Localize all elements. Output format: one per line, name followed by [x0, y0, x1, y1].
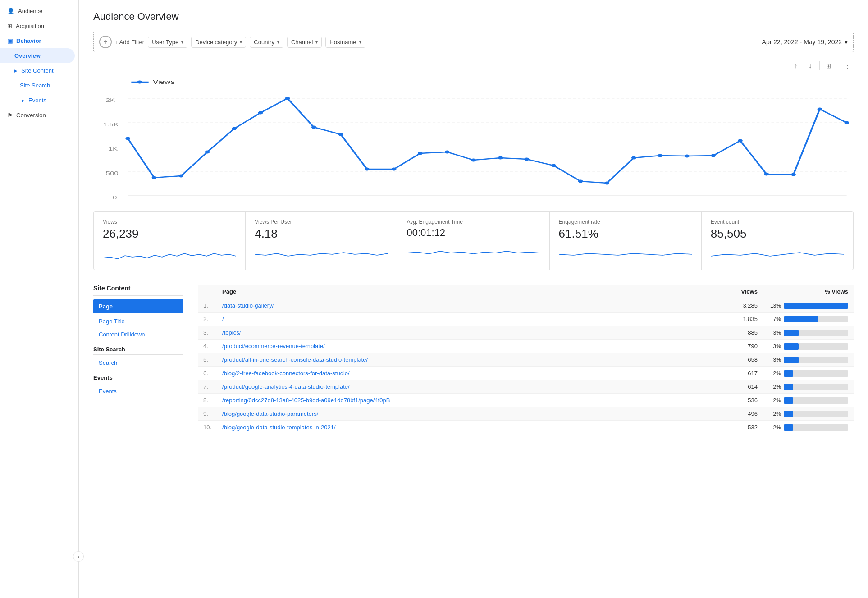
sidebar: 👤 Audience ⊞ Acquisition ▣ Behavior Over…: [0, 0, 79, 598]
filter-user-type[interactable]: User Type ▾: [148, 37, 187, 48]
table-row[interactable]: 1. /data-studio-gallery/ 3,285 13%: [198, 299, 854, 313]
nav-page-title[interactable]: Page Title: [93, 315, 183, 327]
more-button[interactable]: ⋮: [841, 60, 854, 72]
nav-search[interactable]: Search: [93, 357, 183, 369]
svg-point-19: [365, 168, 370, 171]
chevron-down-icon: ▾: [181, 40, 183, 45]
col-page: Page: [217, 285, 690, 299]
table-row[interactable]: 6. /blog/2-free-facebook-connectors-for-…: [198, 367, 854, 380]
metric-vpu-sparkline: [255, 244, 388, 262]
metric-ec-label: Event count: [711, 219, 844, 225]
metric-views-value: 26,239: [103, 227, 236, 241]
filter-bar: + + Add Filter User Type ▾ Device catego…: [93, 32, 854, 52]
metric-vpu-label: Views Per User: [255, 219, 388, 225]
row-page: /blog/google-data-studio-templates-in-20…: [217, 421, 690, 434]
row-num: 5.: [198, 353, 217, 367]
col-num: [198, 285, 217, 299]
date-range-picker[interactable]: Apr 22, 2022 - May 19, 2022 ▾: [762, 38, 848, 46]
sidebar-item-site-search[interactable]: Site Search: [0, 78, 78, 93]
metric-event-count[interactable]: Event count 85,505: [702, 212, 853, 270]
nav-events[interactable]: Events: [93, 385, 183, 397]
metric-ec-sparkline: [711, 244, 844, 262]
svg-text:1.5K: 1.5K: [103, 122, 119, 127]
upload-button[interactable]: ↑: [790, 60, 802, 72]
row-num: 10.: [198, 421, 217, 434]
row-pct: 2%: [763, 367, 854, 380]
row-num: 8.: [198, 394, 217, 407]
chart-svg: 0 500 1K 1.5K 2K: [93, 74, 854, 200]
sidebar-item-behavior[interactable]: ▣ Behavior: [0, 33, 78, 48]
row-pct: 13%: [763, 299, 854, 313]
nav-page-active[interactable]: Page: [93, 299, 183, 313]
row-pct: 3%: [763, 353, 854, 367]
sidebar-item-acquisition[interactable]: ⊞ Acquisition: [0, 18, 78, 33]
chevron-down-icon: ▾: [315, 40, 318, 45]
site-content-nav: Site Content Page Page Title Content Dri…: [93, 285, 183, 434]
row-views: 790: [690, 340, 763, 353]
svg-point-34: [764, 173, 769, 176]
metric-views-per-user[interactable]: Views Per User 4.18: [246, 212, 397, 270]
row-num: 7.: [198, 380, 217, 394]
row-pct: 7%: [763, 313, 854, 326]
row-page: /product/google-analytics-4-data-studio-…: [217, 380, 690, 394]
table-row[interactable]: 4. /product/ecommerce-revenue-template/ …: [198, 340, 854, 353]
conversion-icon: ⚑: [7, 112, 13, 119]
download-button[interactable]: ↓: [804, 60, 817, 72]
svg-point-25: [524, 158, 529, 161]
svg-point-22: [445, 151, 450, 154]
filter-country[interactable]: Country ▾: [250, 37, 283, 48]
table-row[interactable]: 8. /reporting/0dcc27d8-13a8-4025-b9dd-a0…: [198, 394, 854, 407]
bottom-section: Site Content Page Page Title Content Dri…: [93, 285, 854, 434]
add-filter-circle: +: [99, 36, 112, 48]
metric-er-sparkline: [559, 244, 692, 262]
row-page: /blog/2-free-facebook-connectors-for-dat…: [217, 367, 690, 380]
nav-site-search-title: Site Search: [93, 346, 183, 355]
svg-point-18: [338, 133, 343, 136]
sidebar-item-events[interactable]: ▸ Events: [0, 93, 78, 108]
metric-et-value: 00:01:12: [407, 227, 540, 239]
metric-engagement-time[interactable]: Avg. Engagement Time 00:01:12: [397, 212, 549, 270]
svg-point-36: [817, 108, 822, 111]
metric-views-label: Views: [103, 219, 236, 225]
chart-toolbar: ↑ ↓ ⊞ ⋮: [93, 60, 854, 72]
svg-text:0: 0: [113, 195, 117, 200]
chevron-down-icon: ▾: [277, 40, 279, 45]
svg-point-23: [471, 159, 476, 162]
table-row[interactable]: 2. / 1,835 7%: [198, 313, 854, 326]
svg-point-24: [498, 156, 503, 160]
svg-point-11: [152, 176, 157, 179]
row-pct: 2%: [763, 407, 854, 421]
filter-hostname[interactable]: Hostname ▾: [325, 37, 365, 48]
sidebar-item-conversion[interactable]: ⚑ Conversion: [0, 108, 78, 123]
toolbar-divider: [819, 61, 820, 70]
table-row[interactable]: 10. /blog/google-data-studio-templates-i…: [198, 421, 854, 434]
svg-text:2K: 2K: [106, 97, 115, 103]
svg-point-30: [658, 154, 662, 157]
sidebar-item-overview[interactable]: Overview: [0, 48, 75, 63]
svg-text:Views: Views: [153, 79, 175, 85]
add-filter-button[interactable]: + + Add Filter: [99, 36, 144, 48]
metric-views[interactable]: Views 26,239: [94, 212, 246, 270]
svg-point-21: [418, 152, 423, 155]
sidebar-item-audience[interactable]: 👤 Audience: [0, 4, 78, 18]
table-row[interactable]: 7. /product/google-analytics-4-data-stud…: [198, 380, 854, 394]
svg-point-33: [738, 139, 743, 143]
filter-channel[interactable]: Channel ▾: [287, 37, 322, 48]
table-row[interactable]: 5. /product/all-in-one-search-console-da…: [198, 353, 854, 367]
row-num: 9.: [198, 407, 217, 421]
sidebar-item-site-content[interactable]: ▸ Site Content: [0, 63, 78, 78]
col-views: Views: [690, 285, 763, 299]
chart-container: ↑ ↓ ⊞ ⋮ 0 500 1K 1.5K 2K: [93, 60, 854, 200]
svg-point-27: [578, 180, 583, 183]
metric-engagement-rate[interactable]: Engagement rate 61.51%: [550, 212, 702, 270]
filter-device-category[interactable]: Device category ▾: [191, 37, 246, 48]
table-row[interactable]: 3. /topics/ 885 3%: [198, 326, 854, 340]
grid-button[interactable]: ⊞: [822, 60, 835, 72]
collapse-button[interactable]: ‹: [73, 551, 84, 562]
nav-content-drilldown[interactable]: Content Drilldown: [93, 328, 183, 340]
metric-er-value: 61.51%: [559, 227, 692, 241]
row-num: 6.: [198, 367, 217, 380]
row-num: 4.: [198, 340, 217, 353]
table-row[interactable]: 9. /blog/google-data-studio-parameters/ …: [198, 407, 854, 421]
row-page: /blog/google-data-studio-parameters/: [217, 407, 690, 421]
